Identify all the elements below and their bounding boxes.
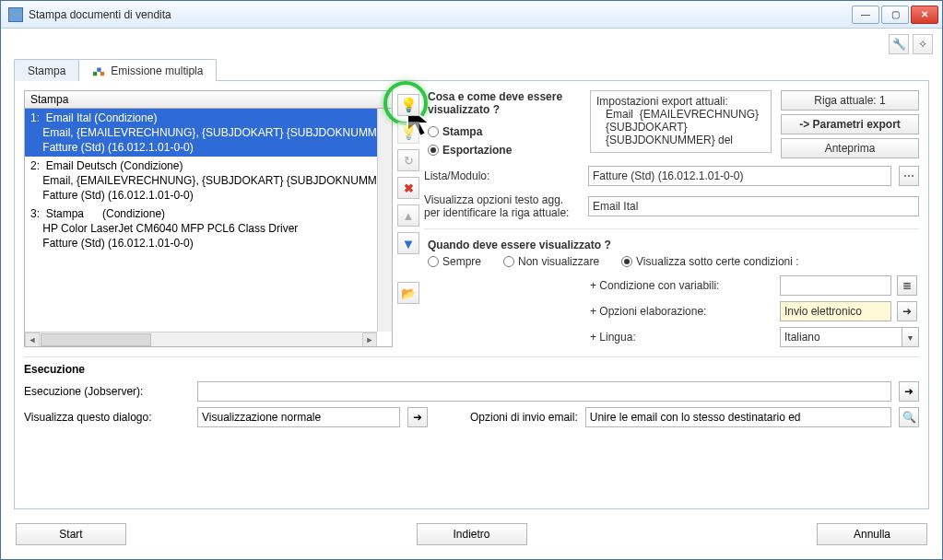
tab-label: Stampa — [28, 64, 65, 77]
list-module-input[interactable]: Fatture (Std) (16.012.1.01-0-0) — [588, 166, 891, 186]
cond-proc-label: + Opzioni elaborazione: — [590, 305, 774, 318]
scrollbar-vertical[interactable] — [377, 109, 392, 332]
bulb-edit-icon[interactable]: 💡 — [397, 122, 419, 144]
opt-text-label: Visualizza opzioni testo agg. per identi… — [424, 193, 581, 219]
current-row-button[interactable]: Riga attuale: 1 — [781, 90, 919, 111]
move-down-icon[interactable]: ▼ — [397, 232, 419, 254]
radio-visualizza-condizioni[interactable]: Visualizza sotto certe condizioni : — [621, 255, 799, 268]
footer: Start Indietro Annulla — [1, 519, 942, 559]
scrollbar-horizontal[interactable]: ◄ ► — [25, 332, 377, 346]
cond-proc-value: Invio elettronico — [784, 305, 862, 318]
bulb-new-icon[interactable]: 💡 — [397, 94, 419, 116]
minimize-button[interactable]: — — [852, 6, 879, 24]
email-opt-value: Unire le email con lo stesso destinatari… — [590, 411, 801, 424]
list-header[interactable]: Stampa — [24, 90, 393, 109]
wrench-icon[interactable]: 🔧 — [889, 34, 909, 54]
tab-emissione-multipla[interactable]: Emissione multipla — [78, 59, 217, 81]
panel: Stampa 1: Email Ital (Condizione) Email,… — [14, 80, 929, 509]
scroll-right-icon[interactable]: ► — [362, 332, 377, 347]
cond-var-picker-icon[interactable]: ≣ — [897, 275, 917, 296]
execution-section: Esecuzione Esecuzione (Jobserver): ➜ Vis… — [24, 356, 919, 433]
cond-var-label: + Condizione con variabili: — [590, 279, 774, 292]
list-module-value: Fatture (Std) (16.012.1.01-0-0) — [593, 169, 743, 182]
delete-icon[interactable]: ✖ — [397, 177, 419, 199]
scroll-left-icon[interactable]: ◄ — [25, 332, 40, 347]
svg-rect-2 — [100, 71, 104, 75]
preview-button[interactable]: Anteprima — [781, 138, 919, 158]
tools-icon[interactable]: ✧ — [913, 34, 933, 54]
jobserver-go-icon[interactable]: ➜ — [899, 381, 919, 402]
radio-label: Stampa — [442, 125, 482, 138]
multi-icon — [92, 64, 105, 77]
cond-lang-value: Italiano — [784, 331, 820, 344]
open-folder-icon[interactable]: 📂 — [397, 282, 419, 304]
email-opt-input[interactable]: Unire le email con lo stesso destinatari… — [585, 407, 891, 427]
section-heading-quando: Quando deve essere visualizzato ? — [424, 239, 919, 251]
opt-text-input[interactable]: Email Ital — [588, 196, 919, 216]
cond-proc-go-icon[interactable]: ➜ — [897, 301, 917, 321]
jobserver-input[interactable] — [197, 381, 891, 402]
export-settings-box: Impostazioni export attuali: Email {EMAI… — [590, 90, 772, 153]
radio-label: Esportazione — [442, 144, 512, 157]
back-button[interactable]: Indietro — [417, 523, 527, 545]
radio-label: Non visualizzare — [518, 255, 599, 268]
scroll-thumb[interactable] — [41, 333, 151, 346]
cond-var-input[interactable] — [780, 275, 891, 296]
top-toolbar: 🔧 ✧ — [1, 29, 942, 60]
maximize-button[interactable]: ▢ — [881, 6, 909, 24]
jobserver-label: Esecuzione (Jobserver): — [24, 385, 190, 398]
tabs: Stampa Emissione multipla — [14, 56, 929, 80]
export-settings-text: Impostazioni export attuali: Email {EMAI… — [596, 95, 759, 146]
list-action-buttons: 💡 💡 ↻ ✖ ▲ ▼ 📂 — [395, 90, 422, 347]
radio-sempre[interactable]: Sempre — [428, 255, 481, 268]
close-button[interactable]: ✕ — [911, 6, 938, 24]
radio-stampa[interactable]: Stampa — [428, 125, 581, 138]
radio-non-visualizzare[interactable]: Non visualizzare — [503, 255, 599, 268]
section-heading-cosa: Cosa e come deve essere visualizzato ? — [428, 90, 581, 116]
cond-lang-select[interactable]: Italiano ▾ — [780, 327, 919, 347]
cancel-button[interactable]: Annulla — [817, 523, 927, 545]
dialog-input[interactable]: Visualizzazione normale — [197, 407, 400, 427]
dialog-label: Visualizza questo dialogo: — [24, 411, 190, 424]
svg-rect-0 — [93, 71, 97, 75]
chevron-down-icon[interactable]: ▾ — [902, 327, 919, 347]
radio-esportazione[interactable]: Esportazione — [428, 144, 581, 157]
dialog-value: Visualizzazione normale — [202, 411, 321, 424]
list-row[interactable]: 1: Email Ital (Condizione) Email, {EMAIL… — [25, 109, 377, 157]
start-button[interactable]: Start — [16, 523, 126, 545]
svg-rect-1 — [98, 67, 101, 71]
tab-stampa[interactable]: Stampa — [14, 59, 79, 81]
right-pane: Cosa e come deve essere visualizzato ? S… — [424, 90, 919, 347]
tab-label: Emissione multipla — [111, 64, 203, 77]
execution-heading: Esecuzione — [24, 363, 919, 376]
titlebar: Stampa documenti di vendita — ▢ ✕ — [1, 1, 942, 29]
email-opt-label: Opzioni di invio email: — [470, 411, 578, 424]
list-module-browse-icon[interactable]: ⋯ — [899, 166, 919, 186]
upper-area: Stampa 1: Email Ital (Condizione) Email,… — [24, 90, 919, 347]
list-row[interactable]: 2: Email Deutsch (Condizione) Email, {EM… — [25, 157, 377, 204]
window: Stampa documenti di vendita — ▢ ✕ 🔧 ✧ St… — [0, 0, 943, 560]
export-params-button[interactable]: -> Parametri export — [781, 114, 919, 134]
window-title: Stampa documenti di vendita — [29, 8, 850, 21]
refresh-icon[interactable]: ↻ — [397, 149, 419, 171]
list-module-label: Lista/Modulo: — [424, 169, 581, 182]
radio-label: Visualizza sotto certe condizioni : — [636, 255, 799, 268]
dialog-go-icon[interactable]: ➜ — [407, 407, 428, 427]
list-box[interactable]: 1: Email Ital (Condizione) Email, {EMAIL… — [24, 109, 393, 347]
list-row[interactable]: 3: Stampa (Condizione) HP Color LaserJet… — [25, 204, 377, 252]
stampa-list: Stampa 1: Email Ital (Condizione) Email,… — [24, 90, 393, 347]
content: Stampa Emissione multipla Stampa 1: Emai… — [1, 60, 942, 519]
cond-proc-input[interactable]: Invio elettronico — [780, 301, 891, 321]
email-opt-search-icon[interactable]: 🔍 — [899, 407, 919, 427]
cond-lang-label: + Lingua: — [590, 331, 774, 344]
opt-text-value: Email Ital — [593, 200, 638, 213]
radio-label: Sempre — [442, 255, 481, 268]
move-up-icon[interactable]: ▲ — [397, 204, 419, 227]
app-icon — [8, 7, 23, 22]
